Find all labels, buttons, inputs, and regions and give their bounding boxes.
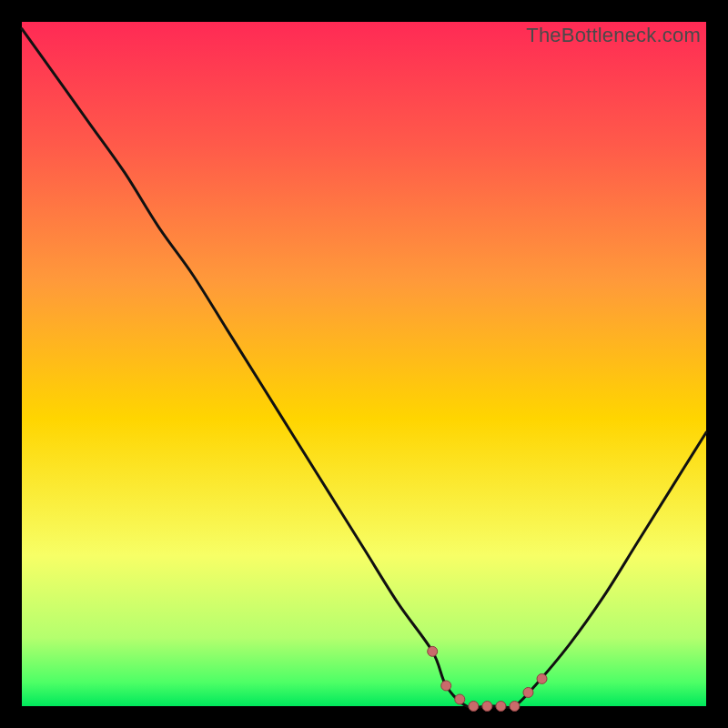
bottleneck-marker [510, 702, 520, 712]
bottleneck-marker [496, 702, 506, 712]
bottleneck-curve-layer [22, 22, 706, 706]
bottleneck-marker [537, 673, 547, 683]
bottleneck-markers [428, 646, 547, 711]
bottleneck-marker [441, 681, 451, 691]
bottleneck-marker [482, 702, 492, 712]
bottleneck-marker [455, 694, 465, 704]
bottleneck-marker [523, 687, 533, 697]
bottleneck-curve [22, 29, 706, 708]
chart-frame: TheBottleneck.com [22, 22, 706, 706]
bottleneck-marker [428, 646, 438, 656]
bottleneck-marker [469, 702, 479, 712]
